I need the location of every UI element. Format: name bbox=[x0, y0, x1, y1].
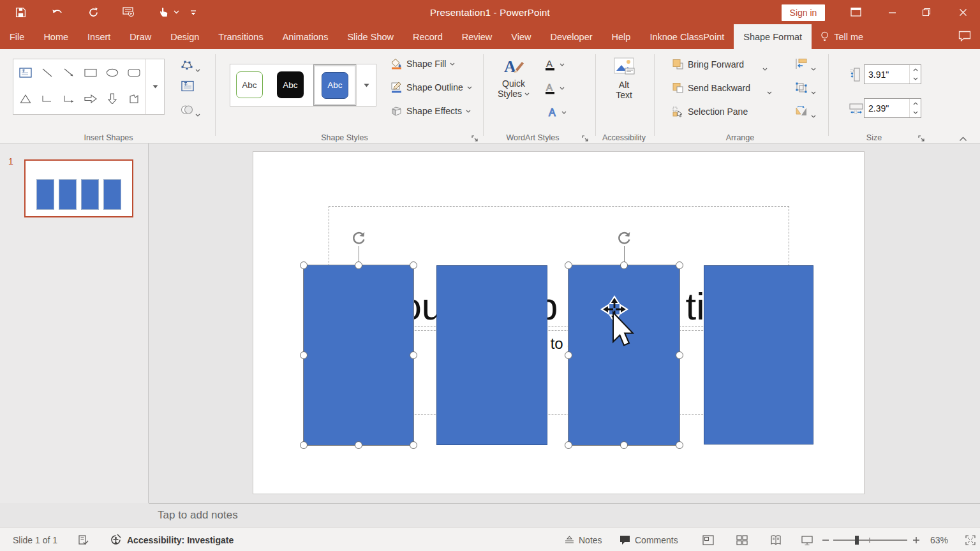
zoom-slider[interactable] bbox=[833, 528, 907, 551]
rotate-objects-icon[interactable] bbox=[795, 105, 808, 119]
tab-record[interactable]: Record bbox=[403, 24, 452, 49]
tab-home[interactable]: Home bbox=[34, 24, 78, 49]
sign-in-button[interactable]: Sign in bbox=[782, 4, 825, 21]
shape-style-blue-fill-selected[interactable]: Abc bbox=[313, 64, 357, 106]
shape-style-green-outline[interactable]: Abc bbox=[236, 71, 263, 98]
tab-review[interactable]: Review bbox=[452, 24, 502, 49]
alt-text-button[interactable]: Alt Text bbox=[604, 57, 644, 100]
send-backward-button[interactable]: Send Backward bbox=[672, 81, 750, 95]
subtitle-placeholder[interactable]: Double tap to add subtitle bbox=[367, 330, 751, 415]
align-objects-icon[interactable] bbox=[795, 58, 808, 72]
rotate-chevron-icon[interactable] bbox=[811, 109, 816, 121]
resize-handle[interactable] bbox=[300, 351, 308, 359]
line-arrow-icon[interactable] bbox=[63, 68, 75, 80]
resize-handle[interactable] bbox=[355, 441, 362, 449]
resize-handle[interactable] bbox=[620, 261, 628, 269]
resize-handle[interactable] bbox=[676, 441, 683, 449]
text-outline-button[interactable]: A bbox=[544, 81, 565, 95]
shape-fill-button[interactable]: Shape Fill bbox=[390, 57, 455, 71]
selection-pane-button[interactable]: Selection Pane bbox=[672, 105, 748, 119]
reading-view-button[interactable] bbox=[769, 528, 782, 551]
height-decrease-button[interactable] bbox=[910, 75, 921, 84]
restore-button[interactable] bbox=[917, 4, 936, 20]
slide-show-view-button[interactable] bbox=[801, 528, 813, 551]
bring-forward-button[interactable]: Bring Forward bbox=[672, 57, 744, 71]
normal-view-button[interactable] bbox=[702, 528, 715, 551]
shape-height-input[interactable] bbox=[865, 65, 909, 84]
zoom-level[interactable]: 63% bbox=[930, 528, 948, 551]
shape-outline-button[interactable]: Shape Outline bbox=[390, 80, 472, 94]
edit-shape-chevron-icon[interactable] bbox=[195, 63, 200, 75]
shape-style-black-fill[interactable]: Abc bbox=[277, 71, 304, 98]
comment-icon[interactable] bbox=[958, 31, 971, 44]
edit-shape-icon[interactable] bbox=[181, 60, 195, 73]
rounded-rectangle-icon[interactable] bbox=[128, 68, 140, 80]
tab-animations[interactable]: Animations bbox=[273, 24, 338, 49]
elbow-connector-icon[interactable] bbox=[41, 94, 53, 107]
slide-sorter-view-button[interactable] bbox=[736, 528, 748, 551]
tab-inknoe-classpoint[interactable]: Inknoe ClassPoint bbox=[640, 24, 734, 49]
minimize-button[interactable] bbox=[882, 4, 902, 20]
size-dialog-launcher-icon[interactable] bbox=[917, 134, 926, 143]
width-decrease-button[interactable] bbox=[910, 108, 921, 118]
shape-effects-button[interactable]: Shape Effects bbox=[390, 104, 471, 118]
resize-handle[interactable] bbox=[355, 261, 362, 269]
resize-handle[interactable] bbox=[410, 351, 417, 359]
text-fill-button[interactable]: A bbox=[544, 57, 565, 71]
group-chevron-icon[interactable] bbox=[811, 85, 816, 97]
slide-thumbnail[interactable] bbox=[24, 159, 133, 217]
zoom-in-button[interactable] bbox=[912, 528, 920, 551]
height-increase-button[interactable] bbox=[910, 65, 921, 75]
right-arrow-shape-icon[interactable] bbox=[84, 94, 97, 107]
notes-toggle[interactable]: Notes bbox=[564, 528, 602, 551]
triangle-icon[interactable] bbox=[20, 94, 31, 107]
comments-toggle[interactable]: Comments bbox=[619, 528, 678, 551]
oval-icon[interactable] bbox=[106, 68, 119, 80]
close-button[interactable] bbox=[953, 4, 972, 20]
rotate-handle-icon[interactable] bbox=[616, 230, 632, 246]
tell-me[interactable]: Tell me bbox=[812, 24, 872, 49]
tab-design[interactable]: Design bbox=[161, 24, 209, 49]
bring-forward-chevron-icon[interactable] bbox=[762, 62, 768, 73]
tab-view[interactable]: View bbox=[501, 24, 540, 49]
tab-developer[interactable]: Developer bbox=[540, 24, 602, 49]
slide-indicator[interactable]: Slide 1 of 1 bbox=[13, 528, 57, 551]
slide-canvas[interactable]: Double tap to add title Double tap to ad… bbox=[253, 151, 865, 494]
tab-help[interactable]: Help bbox=[602, 24, 641, 49]
text-effects-button[interactable]: A bbox=[547, 105, 567, 119]
collapse-ribbon-icon[interactable] bbox=[959, 133, 967, 144]
text-box-icon[interactable] bbox=[181, 80, 194, 94]
tab-shape-format[interactable]: Shape Format bbox=[734, 24, 812, 49]
width-increase-button[interactable] bbox=[910, 99, 921, 108]
fit-slide-to-window-icon[interactable] bbox=[965, 528, 976, 551]
line-icon[interactable] bbox=[41, 68, 53, 80]
elbow-arrow-connector-icon[interactable] bbox=[63, 94, 75, 107]
tab-slide-show[interactable]: Slide Show bbox=[338, 24, 403, 49]
resize-handle[interactable] bbox=[300, 261, 308, 269]
tab-draw[interactable]: Draw bbox=[120, 24, 161, 49]
resize-handle[interactable] bbox=[565, 441, 572, 449]
tab-file[interactable]: File bbox=[0, 24, 34, 49]
resize-handle[interactable] bbox=[676, 351, 683, 359]
notes-pane[interactable]: Tap to add notes bbox=[0, 503, 980, 527]
quick-styles-button[interactable]: A Quick Styles bbox=[493, 57, 535, 99]
merge-shapes-icon[interactable] bbox=[181, 104, 193, 118]
rectangle-shape-4[interactable] bbox=[704, 265, 813, 444]
tab-insert[interactable]: Insert bbox=[78, 24, 120, 49]
resize-handle[interactable] bbox=[565, 261, 572, 269]
accessibility-status[interactable]: Accessibility: Investigate bbox=[110, 528, 234, 551]
shapes-gallery-more-button[interactable] bbox=[145, 59, 164, 114]
resize-handle[interactable] bbox=[620, 441, 628, 449]
tab-transitions[interactable]: Transitions bbox=[209, 24, 272, 49]
resize-handle[interactable] bbox=[300, 441, 308, 449]
rectangle-icon[interactable] bbox=[84, 68, 97, 80]
group-objects-icon[interactable] bbox=[795, 82, 808, 96]
shape-width-input[interactable] bbox=[865, 99, 909, 117]
send-backward-chevron-icon[interactable] bbox=[767, 85, 772, 97]
ribbon-display-options-icon[interactable] bbox=[846, 4, 865, 20]
merge-shapes-chevron-icon[interactable] bbox=[195, 108, 200, 119]
resize-handle[interactable] bbox=[565, 351, 572, 359]
shape-styles-dialog-launcher-icon[interactable] bbox=[471, 134, 480, 143]
spell-check-icon[interactable] bbox=[78, 528, 89, 551]
freeform-shape-icon[interactable] bbox=[128, 94, 140, 107]
